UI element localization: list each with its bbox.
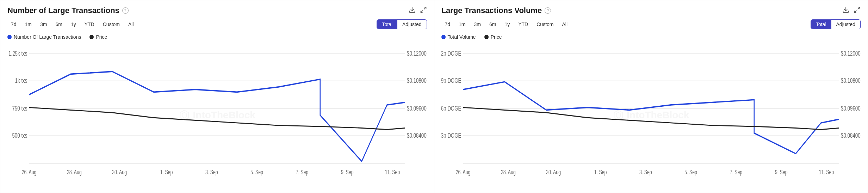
panel1-title: Number of Large Transactions <box>7 6 119 15</box>
panel1-svg: 1.25k txs 1k txs 750 txs 500 txs $0.1200… <box>7 43 427 187</box>
panel1-toggle-adjusted[interactable]: Adjusted <box>397 20 426 29</box>
svg-line-2 <box>421 10 423 12</box>
panel1-legend-price: Price <box>89 34 107 40</box>
panel2-btn-ytd[interactable]: YTD <box>515 20 532 29</box>
svg-text:$0.084000: $0.084000 <box>841 132 861 139</box>
panel-large-transactions-volume: Large Transactions Volume ? 7d 1m 3m 6m … <box>434 0 868 193</box>
panel2-btn-1y[interactable]: 1y <box>501 20 513 29</box>
panel1-btn-3m[interactable]: 3m <box>37 20 50 29</box>
svg-text:26. Aug: 26. Aug <box>455 168 470 175</box>
svg-text:5. Sep: 5. Sep <box>250 168 263 175</box>
panel2-title-row: Large Transactions Volume ? <box>441 6 551 15</box>
panel2-btn-all[interactable]: All <box>558 20 571 29</box>
panel1-btn-1m[interactable]: 1m <box>21 20 35 29</box>
svg-text:7. Sep: 7. Sep <box>296 168 309 175</box>
panel2-download-icon[interactable] <box>842 6 849 15</box>
panel2-btn-3m[interactable]: 3m <box>471 20 484 29</box>
panel2-controls: 7d 1m 3m 6m 1y YTD Custom All Total Adju… <box>441 19 861 29</box>
panel2-toggle-total[interactable]: Total <box>811 20 831 29</box>
panel2-legend-label-price: Price <box>491 34 502 40</box>
panel1-btn-6m[interactable]: 6m <box>52 20 66 29</box>
panel1-controls: 7d 1m 3m 6m 1y YTD Custom All Total Adju… <box>7 19 427 29</box>
svg-text:26. Aug: 26. Aug <box>22 168 37 175</box>
panel2-legend-volume: Total Volume <box>441 34 476 40</box>
svg-text:3. Sep: 3. Sep <box>639 168 652 175</box>
panel2-toggle-adjusted[interactable]: Adjusted <box>831 20 860 29</box>
panel1-title-row: Number of Large Transactions ? <box>7 6 129 15</box>
panel1-actions <box>409 6 427 15</box>
svg-text:11. Sep: 11. Sep <box>385 168 400 175</box>
svg-text:3b DOGE: 3b DOGE <box>441 132 461 139</box>
svg-line-28 <box>858 7 860 9</box>
svg-text:30. Aug: 30. Aug <box>546 168 561 175</box>
svg-text:5. Sep: 5. Sep <box>684 168 697 175</box>
svg-text:$0.084000: $0.084000 <box>407 132 427 139</box>
panel1-btn-1y[interactable]: 1y <box>67 20 80 29</box>
svg-text:12b DOGE: 12b DOGE <box>441 50 461 57</box>
panel2-help-icon[interactable]: ? <box>545 7 551 14</box>
svg-text:1. Sep: 1. Sep <box>160 168 173 175</box>
panel2-svg: 12b DOGE 9b DOGE 6b DOGE 3b DOGE $0.1200… <box>441 43 861 187</box>
panel1-btn-7d[interactable]: 7d <box>7 20 20 29</box>
svg-text:30. Aug: 30. Aug <box>112 168 127 175</box>
svg-line-29 <box>855 10 857 12</box>
svg-text:1k txs: 1k txs <box>15 77 27 84</box>
svg-text:9b DOGE: 9b DOGE <box>441 77 461 84</box>
svg-text:750 txs: 750 txs <box>12 105 27 112</box>
panel1-download-icon[interactable] <box>409 6 416 15</box>
panel2-btn-1m[interactable]: 1m <box>455 20 469 29</box>
panel2-legend-dot-blue <box>441 35 446 39</box>
panel1-legend-dot-blue <box>7 35 12 39</box>
svg-text:1. Sep: 1. Sep <box>594 168 607 175</box>
svg-text:28. Aug: 28. Aug <box>501 168 515 175</box>
svg-text:$0.120000: $0.120000 <box>407 50 427 57</box>
panel1-btn-all[interactable]: All <box>125 20 137 29</box>
svg-line-1 <box>424 7 426 9</box>
panel1-toggle-total[interactable]: Total <box>377 20 397 29</box>
svg-text:7. Sep: 7. Sep <box>730 168 742 175</box>
panel1-legend-dot-dark <box>89 35 94 39</box>
panel2-header: Large Transactions Volume ? <box>441 6 861 15</box>
panel2-btn-7d[interactable]: 7d <box>441 20 454 29</box>
panel2-time-buttons: 7d 1m 3m 6m 1y YTD Custom All <box>441 20 571 29</box>
panel2-chart-area: IntoTheBlock 12b DOGE 9b DOGE 6b DOGE 3b… <box>441 43 861 187</box>
panel1-btn-custom[interactable]: Custom <box>99 20 123 29</box>
svg-text:$0.096000: $0.096000 <box>841 105 861 112</box>
panel2-legend-dot-dark <box>484 35 489 39</box>
svg-text:9. Sep: 9. Sep <box>341 168 354 175</box>
panel1-toggle-group: Total Adjusted <box>377 19 427 29</box>
svg-text:9. Sep: 9. Sep <box>775 168 787 175</box>
panel1-chart-area: IntoTheBlock 1.25k txs 1k txs 750 txs 50… <box>7 43 427 187</box>
panel2-btn-custom[interactable]: Custom <box>533 20 557 29</box>
svg-text:1.25k txs: 1.25k txs <box>8 50 27 57</box>
svg-text:3. Sep: 3. Sep <box>205 168 218 175</box>
panel1-time-buttons: 7d 1m 3m 6m 1y YTD Custom All <box>7 20 137 29</box>
panel2-expand-icon[interactable] <box>854 6 861 15</box>
panel1-header: Number of Large Transactions ? <box>7 6 427 15</box>
panel2-btn-6m[interactable]: 6m <box>486 20 500 29</box>
panel2-legend: Total Volume Price <box>441 34 861 40</box>
svg-text:6b DOGE: 6b DOGE <box>441 105 461 112</box>
svg-text:11. Sep: 11. Sep <box>819 168 833 175</box>
svg-text:$0.096000: $0.096000 <box>407 105 427 112</box>
panel2-legend-label-volume: Total Volume <box>448 34 476 40</box>
svg-text:28. Aug: 28. Aug <box>67 168 82 175</box>
panel1-legend-transactions: Number Of Large Transactions <box>7 34 81 40</box>
panel2-actions <box>842 6 861 15</box>
panel-large-transactions: Number of Large Transactions ? 7d 1m 3m … <box>0 0 434 193</box>
panel2-toggle-group: Total Adjusted <box>811 19 861 29</box>
panel1-legend: Number Of Large Transactions Price <box>7 34 427 40</box>
panel1-btn-ytd[interactable]: YTD <box>81 20 98 29</box>
panel2-legend-price: Price <box>484 34 502 40</box>
panel1-legend-label-transactions: Number Of Large Transactions <box>14 34 81 40</box>
panel1-help-icon[interactable]: ? <box>122 7 129 14</box>
panel1-legend-label-price: Price <box>96 34 107 40</box>
svg-text:$0.120000: $0.120000 <box>841 50 861 57</box>
panel1-expand-icon[interactable] <box>420 6 427 15</box>
panel2-title: Large Transactions Volume <box>441 6 542 15</box>
svg-text:500 txs: 500 txs <box>12 132 27 139</box>
svg-text:$0.108000: $0.108000 <box>841 77 861 84</box>
svg-text:$0.108000: $0.108000 <box>407 77 427 84</box>
